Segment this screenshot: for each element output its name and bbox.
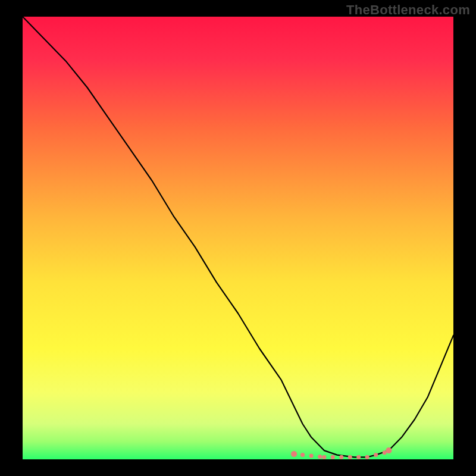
bottleneck-chart-svg <box>0 0 476 476</box>
valley-dot <box>386 447 392 453</box>
valley-dot <box>374 453 378 457</box>
valley-dot <box>300 453 305 457</box>
valley-dot <box>348 455 352 459</box>
valley-dot <box>365 455 369 459</box>
valley-dot <box>309 454 314 458</box>
plot-background <box>23 17 453 459</box>
chart-stage: TheBottleneck.com <box>0 0 476 476</box>
valley-dot <box>331 455 335 459</box>
valley-dot <box>356 455 361 459</box>
valley-dot <box>318 455 322 459</box>
valley-dot <box>291 451 297 457</box>
valley-dot <box>339 455 343 459</box>
valley-dot <box>322 455 326 459</box>
watermark-label: TheBottleneck.com <box>346 2 470 18</box>
